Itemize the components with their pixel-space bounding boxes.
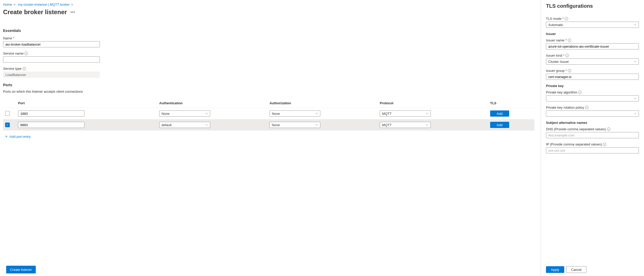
name-label: Name * [3, 36, 534, 40]
info-icon[interactable]: i [568, 39, 571, 42]
info-icon[interactable]: i [565, 17, 568, 20]
row-checkbox[interactable]: ✓ [5, 123, 10, 127]
breadcrumb-home[interactable]: Home [3, 3, 12, 6]
issuer-kind-label: Issuer kind * i [546, 54, 639, 57]
ports-heading: Ports [3, 83, 534, 87]
info-icon[interactable]: i [24, 52, 28, 55]
issuer-kind-select[interactable]: Cluster Issuer [546, 58, 639, 65]
chevron-down-icon [315, 124, 318, 126]
tls-mode-label: TLS mode * i [546, 17, 639, 21]
cancel-button[interactable]: Cancel [566, 266, 586, 273]
chevron-down-icon [205, 124, 208, 126]
table-row[interactable]: ✓ default None MQTT Add [3, 119, 534, 131]
info-icon[interactable]: i [568, 69, 571, 72]
ip-label: IP (Provide comma separated values) i [546, 142, 639, 146]
breadcrumb-cluster[interactable]: my-cluster-instance | MQTT broker [18, 3, 69, 6]
dns-input[interactable] [546, 132, 639, 138]
info-icon[interactable]: i [566, 54, 569, 57]
pk-rot-select[interactable] [546, 110, 639, 117]
tls-add-button[interactable]: Add [490, 110, 509, 117]
auth-select[interactable]: None [159, 110, 210, 117]
chevron-down-icon [426, 113, 428, 114]
tls-add-button[interactable]: Add [490, 122, 509, 128]
ports-description: Ports on which this listener accepts cli… [3, 90, 534, 93]
service-type-label: Service type i [3, 67, 534, 71]
issuer-heading: Issuer [546, 32, 639, 36]
breadcrumb: Home> my-cluster-instance | MQTT broker> [3, 3, 534, 6]
info-icon[interactable]: i [23, 67, 26, 70]
create-listener-button[interactable]: Create listener [6, 266, 36, 273]
main-content: Home> my-cluster-instance | MQTT broker>… [0, 0, 541, 276]
san-heading: Subject alternative names [546, 121, 639, 125]
authz-select[interactable]: None [269, 110, 320, 117]
more-icon[interactable]: ••• [70, 10, 75, 14]
info-icon[interactable]: i [603, 143, 606, 146]
col-authz: Authorization [267, 99, 378, 108]
col-port: Port [16, 99, 157, 108]
tls-mode-select[interactable]: Automatic [546, 22, 639, 28]
issuer-group-label: Issuer group * i [546, 69, 639, 73]
ip-input[interactable] [546, 147, 639, 153]
port-input[interactable] [18, 122, 84, 128]
chevron-down-icon [634, 24, 637, 25]
tls-side-panel: TLS configurations TLS mode * i Automati… [541, 0, 644, 276]
pk-algo-select[interactable] [546, 95, 639, 101]
authz-select[interactable]: None [269, 122, 320, 128]
dns-label: DNS (Provide comma separated values) i [546, 127, 639, 131]
service-type-value: LoadBalancer [3, 72, 100, 78]
name-input[interactable] [3, 41, 100, 47]
chevron-down-icon [634, 61, 637, 62]
proto-select[interactable]: MQTT [380, 122, 431, 128]
chevron-down-icon [634, 98, 637, 99]
chevron-down-icon [205, 113, 208, 114]
private-key-heading: Private key [546, 84, 639, 88]
page-title: Create broker listener ••• [3, 8, 75, 16]
chevron-down-icon [315, 113, 318, 114]
info-icon[interactable]: i [607, 127, 610, 131]
pk-rot-label: Private key rotation policy i [546, 106, 639, 109]
col-auth: Authentication [157, 99, 268, 108]
info-icon[interactable]: i [585, 106, 588, 109]
info-icon[interactable]: i [578, 91, 581, 94]
col-tls: TLS [488, 99, 534, 108]
port-input[interactable] [18, 110, 84, 117]
apply-button[interactable]: Apply [546, 266, 564, 273]
issuer-group-input[interactable] [546, 74, 639, 80]
chevron-down-icon [634, 113, 637, 114]
auth-select[interactable]: default [159, 122, 210, 128]
table-row[interactable]: None None MQTT Add [3, 108, 534, 119]
essentials-heading: Essentials [3, 29, 534, 33]
service-name-label: Service name i [3, 51, 534, 55]
row-checkbox[interactable] [5, 111, 10, 116]
pk-algo-label: Private key algorithm i [546, 90, 639, 94]
proto-select[interactable]: MQTT [380, 110, 431, 117]
add-port-entry[interactable]: + Add port entry [5, 134, 31, 139]
col-proto: Protocol [378, 99, 488, 108]
ports-table: Port Authentication Authorization Protoc… [3, 99, 534, 131]
issuer-name-label: Issuer name * i [546, 38, 639, 42]
plus-icon: + [5, 134, 7, 139]
issuer-name-input[interactable] [546, 43, 639, 49]
tls-panel-title: TLS configurations [546, 3, 639, 9]
service-name-input[interactable] [3, 56, 100, 63]
chevron-down-icon [426, 124, 428, 126]
